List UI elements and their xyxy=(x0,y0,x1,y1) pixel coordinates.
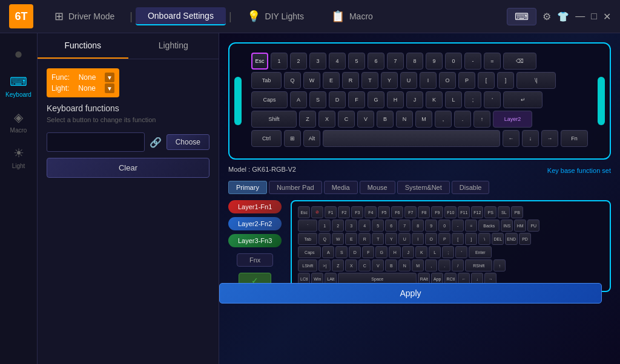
key-right[interactable]: → xyxy=(541,130,558,147)
nav-tab-diy[interactable]: 💡 DIY Lights xyxy=(235,6,316,27)
sk-angle[interactable]: >| xyxy=(318,259,331,271)
sk-end[interactable]: END xyxy=(505,233,518,245)
apply-button[interactable]: Apply xyxy=(219,283,602,304)
settings-icon[interactable]: ⚙ xyxy=(542,11,551,22)
sk-sl2[interactable]: L xyxy=(429,246,441,258)
sk-se[interactable]: E xyxy=(345,233,357,245)
sk-sy[interactable]: Y xyxy=(385,233,397,245)
sk-f11[interactable]: F11 xyxy=(458,206,470,218)
key-8[interactable]: 8 xyxy=(406,53,423,70)
key-ctrl[interactable]: Ctrl xyxy=(251,130,282,147)
key-fn[interactable]: Fn xyxy=(561,130,588,147)
sk-sb[interactable]: B xyxy=(385,259,397,271)
key-x[interactable]: X xyxy=(318,111,335,128)
clear-button[interactable]: Clear xyxy=(47,158,209,178)
key-lbracket[interactable]: [ xyxy=(478,72,495,89)
sk-s2[interactable]: 2 xyxy=(332,219,344,232)
key-alt[interactable]: Alt xyxy=(303,130,320,147)
sk-ss[interactable]: S xyxy=(335,246,348,258)
sk-sslash[interactable]: / xyxy=(452,259,464,271)
key-2[interactable]: 2 xyxy=(290,53,307,70)
key-enter[interactable]: ↵ xyxy=(503,91,542,108)
sk-squote[interactable]: ' xyxy=(455,246,467,258)
sk-s4[interactable]: 4 xyxy=(358,219,371,232)
key-n[interactable]: N xyxy=(396,111,413,128)
tab-lighting[interactable]: Lighting xyxy=(128,33,219,59)
fnset-disable[interactable]: Disable xyxy=(452,181,490,194)
key-comma[interactable]: , xyxy=(435,111,452,128)
sk-srbr[interactable]: ] xyxy=(465,233,477,245)
key-4[interactable]: 4 xyxy=(329,53,346,70)
sidebar-item-circle[interactable]: ● xyxy=(0,39,37,68)
fnset-primary[interactable]: Primary xyxy=(228,181,267,194)
sk-sp[interactable]: P xyxy=(438,233,450,245)
sk-sd[interactable]: D xyxy=(349,246,361,258)
function-input[interactable] xyxy=(47,132,145,152)
key-9[interactable]: 9 xyxy=(426,53,443,70)
key-0[interactable]: 0 xyxy=(445,53,462,70)
key-6[interactable]: 6 xyxy=(368,53,384,70)
key-backspace[interactable]: ⌫ xyxy=(503,53,536,70)
nav-tab-macro[interactable]: 📋 Macro xyxy=(319,6,385,27)
popup-func-btn[interactable]: ▼ xyxy=(105,73,114,82)
sk-s5[interactable]: 5 xyxy=(372,219,384,232)
sk-f5[interactable]: F5 xyxy=(378,206,390,218)
minimize-icon[interactable]: — xyxy=(575,11,585,22)
fnset-sysnet[interactable]: System&Net xyxy=(397,181,450,194)
sk-sm[interactable]: M xyxy=(412,259,424,271)
sk-lshift[interactable]: LShift xyxy=(298,259,317,271)
key-j[interactable]: J xyxy=(406,91,423,108)
kb-left-scroll[interactable] xyxy=(234,77,242,125)
key-d[interactable]: D xyxy=(329,91,346,108)
sk-sbslash[interactable]: \ xyxy=(478,233,490,245)
sk-f10[interactable]: F10 xyxy=(444,206,457,218)
key-u[interactable]: U xyxy=(400,72,417,89)
key-g[interactable]: G xyxy=(368,91,384,108)
sk-sf[interactable]: F xyxy=(362,246,374,258)
key-p[interactable]: P xyxy=(458,72,475,89)
sk-ssemi[interactable]: ; xyxy=(442,246,454,258)
sk-rshift[interactable]: RShift xyxy=(465,259,492,271)
sk-sj[interactable]: J xyxy=(402,246,414,258)
sk-sz[interactable]: Z xyxy=(332,259,344,271)
key-b[interactable]: B xyxy=(377,111,394,128)
sk-disable[interactable]: ⊘ xyxy=(311,206,323,218)
choose-button[interactable]: Choose xyxy=(167,134,209,150)
key-7[interactable]: 7 xyxy=(387,53,404,70)
key-esc[interactable]: Esc xyxy=(251,53,268,70)
sk-pb[interactable]: PB xyxy=(511,206,523,218)
sidebar-item-light[interactable]: ☀ Light xyxy=(0,140,37,175)
sk-sg[interactable]: G xyxy=(375,246,388,258)
sk-s8[interactable]: 8 xyxy=(412,219,424,232)
sk-f9[interactable]: F9 xyxy=(431,206,443,218)
key-q[interactable]: Q xyxy=(284,72,301,89)
key-i[interactable]: I xyxy=(420,72,437,89)
sk-sh[interactable]: H xyxy=(389,246,401,258)
sk-f4[interactable]: F4 xyxy=(364,206,377,218)
key-3[interactable]: 3 xyxy=(309,53,326,70)
fnset-media[interactable]: Media xyxy=(324,181,358,194)
key-v[interactable]: V xyxy=(357,111,374,128)
shirt-icon[interactable]: 👕 xyxy=(557,11,569,22)
sk-s3[interactable]: 3 xyxy=(345,219,357,232)
key-quote[interactable]: ' xyxy=(484,91,501,108)
key-minus[interactable]: - xyxy=(464,53,481,70)
sk-sq[interactable]: Q xyxy=(318,233,331,245)
layer1-button[interactable]: Layer1-Fn1 xyxy=(228,200,282,213)
key-shift-l[interactable]: Shift xyxy=(251,111,297,128)
sk-sn[interactable]: N xyxy=(398,259,411,271)
key-l[interactable]: L xyxy=(445,91,462,108)
key-up[interactable]: ↑ xyxy=(473,111,490,128)
sk-senter[interactable]: Enter xyxy=(469,246,492,258)
sk-ps[interactable]: PS xyxy=(484,206,496,218)
key-k[interactable]: K xyxy=(426,91,443,108)
sk-speriod[interactable]: . xyxy=(438,259,450,271)
key-space[interactable] xyxy=(323,130,500,147)
sk-sc[interactable]: C xyxy=(358,259,371,271)
sk-su[interactable]: U xyxy=(398,233,411,245)
fnset-mouse[interactable]: Mouse xyxy=(360,181,395,194)
sk-esc[interactable]: Esc xyxy=(298,206,310,218)
sk-pd[interactable]: PD xyxy=(519,233,531,245)
sk-sminus[interactable]: - xyxy=(452,219,464,232)
sk-sk[interactable]: K xyxy=(415,246,427,258)
